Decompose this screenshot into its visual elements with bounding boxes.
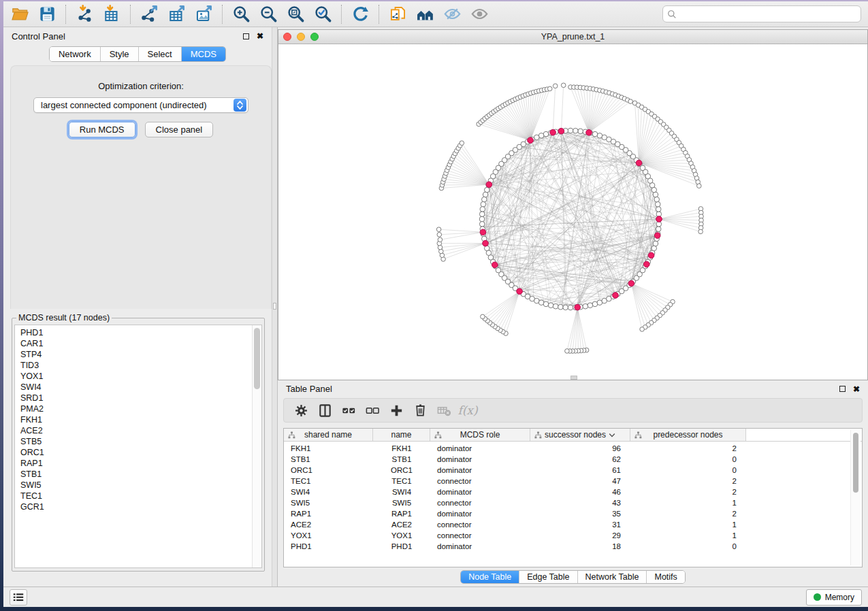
result-node-item[interactable]: SWI5 (20, 480, 252, 491)
network-canvas[interactable] (278, 44, 867, 380)
right-column: YPA_prune.txt_1 Table Panel ✖ f(x) (278, 27, 868, 587)
search-box[interactable] (662, 5, 861, 22)
table-row[interactable]: ACE2ACE2connector311 (284, 519, 862, 530)
tab-select[interactable]: Select (139, 47, 182, 61)
mcds-result-list[interactable]: PHD1CAR1STP4TID3YOX1SWI4SRD1PMA2FKH1ACE2… (15, 325, 252, 567)
cell-predecessor_nodes: 1 (630, 521, 746, 529)
export-image-button[interactable] (190, 3, 217, 25)
network-window-titlebar[interactable]: YPA_prune.txt_1 (278, 30, 867, 44)
column-header-shared-name[interactable]: shared name (284, 429, 373, 441)
result-list-scrollbar[interactable] (252, 325, 261, 567)
result-node-item[interactable]: TEC1 (20, 491, 252, 501)
add-row-button[interactable] (386, 401, 406, 420)
zoom-out-button[interactable] (255, 3, 282, 25)
cell-mcds_role: dominator (430, 444, 530, 452)
result-node-item[interactable]: YOX1 (20, 371, 252, 382)
cell-name: TEC1 (373, 477, 430, 485)
result-node-item[interactable]: PHD1 (20, 327, 252, 338)
tab-motifs[interactable]: Motifs (647, 571, 684, 583)
optimization-criterion-select[interactable]: largest connected component (undirected) (33, 97, 248, 113)
close-panel-button[interactable]: Close panel (145, 122, 214, 137)
status-bar: Memory (3, 587, 868, 607)
cell-mcds_role: dominator (430, 542, 530, 550)
result-node-item[interactable]: TID3 (20, 360, 252, 371)
tab-style[interactable]: Style (101, 47, 139, 61)
panel-splitter[interactable] (272, 27, 278, 587)
zoom-in-button[interactable] (227, 3, 255, 25)
import-table-button[interactable] (98, 3, 125, 25)
settings-button[interactable] (291, 401, 311, 420)
memory-button[interactable]: Memory (806, 589, 862, 606)
column-header-successor-nodes[interactable]: successor nodes (530, 429, 630, 441)
table-row[interactable]: PHD1PHD1dominator180 (284, 541, 862, 552)
canvas-resize-grip[interactable] (570, 376, 577, 380)
result-node-item[interactable]: SWI4 (20, 382, 252, 393)
duplicate-network-button[interactable] (384, 3, 411, 25)
show-columns-icon (317, 403, 333, 418)
result-node-item[interactable]: SRD1 (20, 393, 252, 403)
table-scrollbar[interactable] (850, 430, 861, 565)
float-table-panel-icon[interactable] (839, 386, 846, 392)
column-header-name[interactable]: name (373, 429, 430, 441)
table-scrollbar-thumb[interactable] (853, 433, 858, 493)
result-node-item[interactable]: STB5 (20, 436, 252, 447)
first-neighbors-button[interactable] (411, 3, 438, 25)
float-panel-icon[interactable] (243, 33, 249, 39)
open-file-button[interactable] (6, 3, 33, 25)
delete-row-button[interactable] (410, 401, 430, 420)
close-table-panel-icon[interactable]: ✖ (853, 385, 860, 393)
close-panel-icon[interactable]: ✖ (257, 32, 263, 40)
hide-selected-button[interactable] (438, 3, 466, 25)
table-row[interactable]: FKH1FKH1dominator962 (284, 443, 862, 454)
column-label: predecessor nodes (653, 430, 722, 440)
splitter-grip[interactable] (273, 303, 276, 310)
export-table-button[interactable] (163, 3, 190, 25)
cell-shared_name: FKH1 (284, 444, 373, 452)
network-graph[interactable] (278, 44, 867, 377)
result-node-item[interactable]: STB1 (20, 469, 252, 480)
result-node-item[interactable]: PMA2 (20, 403, 252, 414)
zoom-selected-button[interactable] (309, 3, 336, 25)
function-builder-button: f(x) (457, 401, 478, 420)
export-network-button[interactable] (135, 3, 163, 25)
zoom-fit-button[interactable] (282, 3, 309, 25)
table-row[interactable]: ORC1ORC1dominator610 (284, 465, 862, 476)
result-node-item[interactable]: ACE2 (20, 425, 252, 436)
table-row[interactable]: YOX1YOX1connector291 (284, 530, 862, 541)
result-node-item[interactable]: FKH1 (20, 414, 252, 425)
result-node-item[interactable]: ORC1 (20, 447, 252, 458)
show-columns-button[interactable] (315, 401, 335, 420)
table-row[interactable]: STB1STB1dominator620 (284, 454, 862, 465)
refresh-view-button[interactable] (347, 3, 374, 25)
result-node-item[interactable]: CAR1 (20, 338, 252, 349)
tab-edge-table[interactable]: Edge Table (519, 571, 577, 583)
cell-mcds_role: connector (430, 477, 530, 485)
cell-name: ACE2 (373, 521, 430, 529)
import-network-button[interactable] (71, 3, 98, 25)
scrollbar-thumb[interactable] (254, 328, 260, 389)
deselect-all-button[interactable] (362, 401, 383, 420)
result-node-item[interactable]: GCR1 (20, 501, 252, 512)
cell-successor_nodes: 35 (530, 510, 630, 518)
zoom-fit-icon (287, 5, 305, 23)
result-node-item[interactable]: STP4 (20, 349, 252, 360)
select-all-button[interactable] (338, 401, 359, 420)
cell-predecessor_nodes: 0 (630, 455, 746, 463)
tab-mcds[interactable]: MCDS (182, 47, 225, 61)
task-history-button[interactable] (10, 589, 27, 606)
column-header-predecessor-nodes[interactable]: predecessor nodes (630, 429, 746, 441)
tab-network[interactable]: Network (50, 47, 101, 61)
tab-network-table[interactable]: Network Table (578, 571, 647, 583)
result-node-item[interactable]: RAP1 (20, 458, 252, 469)
table-row[interactable]: SWI4SWI4dominator462 (284, 486, 862, 497)
run-mcds-button[interactable]: Run MCDS (69, 122, 135, 137)
table-row[interactable]: RAP1RAP1dominator352 (284, 508, 862, 519)
cell-name: ORC1 (373, 466, 430, 474)
column-header-MCDS-role[interactable]: MCDS role (430, 429, 530, 441)
search-input[interactable] (677, 10, 856, 19)
show-all-button[interactable] (466, 3, 493, 25)
save-session-button[interactable] (33, 3, 61, 25)
table-row[interactable]: TEC1TEC1connector472 (284, 476, 862, 486)
table-row[interactable]: SWI5SWI5connector431 (284, 497, 862, 508)
tab-node-table[interactable]: Node Table (461, 571, 519, 583)
